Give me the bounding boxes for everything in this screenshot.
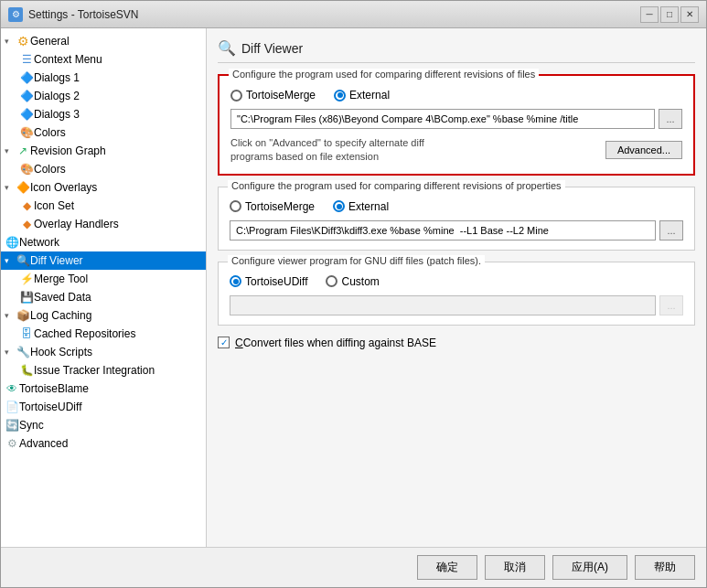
titlebar-left: ⚙ Settings - TortoiseSVN — [8, 7, 139, 22]
section-file-revisions: Configure the program used for comparing… — [218, 74, 695, 176]
sidebar-item-dialogs3[interactable]: 🔷 Dialogs 3 — [1, 105, 206, 123]
minimize-button[interactable]: ─ — [640, 6, 659, 23]
section3-program-input[interactable] — [230, 295, 656, 315]
titlebar-controls: ─ □ ✕ — [640, 6, 699, 23]
overlays-icon: 🔶 — [16, 180, 30, 195]
sidebar-item-cached-repos[interactable]: 🗄 Cached Repositories — [1, 325, 206, 343]
sidebar-item-revision-graph[interactable]: ▾ ↗ Revision Graph — [1, 142, 206, 160]
sidebar-item-advanced[interactable]: ⚙ Advanced — [1, 434, 206, 453]
section3-radio-group: TortoiseUDiff Custom — [230, 275, 683, 288]
sidebar-item-issue-tracker[interactable]: 🐛 Issue Tracker Integration — [1, 361, 206, 380]
sidebar-item-dialogs2[interactable]: 🔷 Dialogs 2 — [1, 87, 206, 105]
sidebar-label-dialogs2: Dialogs 2 — [34, 90, 206, 102]
network-icon: 🌐 — [5, 235, 19, 250]
dialogs3-icon: 🔷 — [19, 107, 34, 122]
sidebar-label-sync: Sync — [19, 419, 206, 432]
confirm-button[interactable]: 确定 — [417, 555, 477, 580]
sidebar-label-general: General — [30, 35, 206, 48]
sidebar-item-icon-set[interactable]: ◆ Icon Set — [1, 197, 206, 215]
sidebar-label-issue-tracker: Issue Tracker Integration — [34, 364, 206, 377]
section2-browse-button[interactable]: ... — [659, 220, 683, 241]
sidebar-item-tortoise-blame[interactable]: 👁 TortoiseBlame — [1, 380, 206, 398]
sidebar-label-colors-general: Colors — [34, 126, 206, 139]
close-button[interactable]: ✕ — [680, 6, 699, 23]
radio-label-ext2: External — [348, 200, 389, 213]
apply-button[interactable]: 应用(A) — [552, 555, 627, 580]
radio-circle-tm2 — [230, 200, 241, 212]
chevron-revgraph: ▾ — [5, 146, 16, 155]
sidebar-label-network: Network — [19, 236, 206, 249]
panel-header-icon: 🔍 — [218, 39, 236, 57]
radio-custom[interactable]: Custom — [326, 275, 379, 288]
sidebar-item-general[interactable]: ▾ ⚙ General — [1, 32, 206, 50]
sidebar-label-diff-viewer: Diff Viewer — [30, 254, 206, 267]
radio-tortoise-udiff[interactable]: TortoiseUDiff — [230, 275, 307, 288]
sync-icon: 🔄 — [5, 418, 19, 433]
sidebar-item-log-caching[interactable]: ▾ 📦 Log Caching — [1, 306, 206, 325]
dialogs1-icon: 🔷 — [19, 70, 34, 85]
radio-circle-custom — [326, 275, 337, 287]
section1-radio-group: TortoiseMerge External — [230, 89, 682, 102]
sidebar-label-tortoise-udiff: TortoiseUDiff — [19, 401, 206, 413]
sidebar-item-overlay-handlers[interactable]: ◆ Overlay Handlers — [1, 215, 206, 233]
dialogs2-icon: 🔷 — [19, 89, 34, 103]
colors-general-icon: 🎨 — [19, 125, 34, 140]
sidebar-item-dialogs1[interactable]: 🔷 Dialogs 1 — [1, 69, 206, 87]
sidebar-item-merge-tool[interactable]: ⚡ Merge Tool — [1, 270, 206, 288]
convert-files-label: CConvert files when diffing against BASE — [235, 337, 436, 349]
radio-tortoise-merge-1[interactable]: TortoiseMerge — [230, 89, 316, 102]
hook-scripts-icon: 🔧 — [16, 345, 30, 359]
radio-external-2[interactable]: External — [333, 200, 389, 213]
sidebar-label-log-caching: Log Caching — [30, 309, 206, 322]
overlay-handlers-icon: ◆ — [19, 217, 34, 231]
convert-files-checkbox[interactable] — [218, 337, 230, 348]
radio-circle-udiff — [230, 275, 241, 287]
section3-browse-button[interactable]: ... — [659, 295, 683, 315]
radio-label-ext1: External — [349, 89, 390, 102]
sidebar-item-context-menu[interactable]: ☰ Context Menu — [1, 50, 206, 69]
section1-browse-button[interactable]: ... — [659, 109, 682, 129]
cancel-button[interactable]: 取消 — [485, 555, 545, 580]
section2-input-row: ... — [230, 220, 683, 241]
sidebar-item-hook-scripts[interactable]: ▾ 🔧 Hook Scripts — [1, 343, 206, 361]
convert-underline-c: C — [235, 337, 243, 349]
diff-viewer-icon: 🔍 — [16, 253, 30, 268]
chevron-diff: ▾ — [5, 256, 16, 265]
sidebar-item-diff-viewer[interactable]: ▾ 🔍 Diff Viewer — [1, 251, 206, 270]
sidebar-label-icon-set: Icon Set — [34, 199, 206, 212]
section2-program-input[interactable] — [230, 220, 656, 241]
sidebar-label-advanced: Advanced — [19, 437, 206, 450]
help-button[interactable]: 帮助 — [635, 555, 695, 580]
blame-icon: 👁 — [5, 381, 19, 396]
footer: 确定 取消 应用(A) 帮助 — [1, 547, 706, 587]
sidebar-item-icon-overlays[interactable]: ▾ 🔶 Icon Overlays — [1, 178, 206, 197]
general-icon: ⚙ — [16, 34, 30, 48]
sidebar-item-colors-revgraph[interactable]: 🎨 Colors — [1, 160, 206, 178]
udiff-icon: 📄 — [5, 400, 19, 414]
merge-tool-icon: ⚡ — [19, 272, 34, 286]
section1-program-input[interactable] — [230, 109, 655, 129]
sidebar-item-sync[interactable]: 🔄 Sync — [1, 416, 206, 434]
sidebar-label-merge-tool: Merge Tool — [34, 273, 206, 285]
sidebar-label-saved-data: Saved Data — [34, 291, 206, 304]
sidebar-item-colors-general[interactable]: 🎨 Colors — [1, 123, 206, 142]
app-icon: ⚙ — [8, 7, 23, 22]
section2-legend: Configure the program used for comparing… — [228, 180, 565, 191]
sidebar-label-tortoise-blame: TortoiseBlame — [19, 382, 206, 395]
section1-input-row: ... — [230, 109, 682, 129]
sidebar-label-colors-revgraph: Colors — [34, 163, 206, 176]
chevron-log: ▾ — [5, 311, 16, 320]
sidebar-item-tortoise-udiff[interactable]: 📄 TortoiseUDiff — [1, 398, 206, 416]
radio-external-1[interactable]: External — [334, 89, 390, 102]
maximize-button[interactable]: □ — [660, 6, 679, 23]
radio-label-tm2: TortoiseMerge — [245, 200, 315, 213]
sidebar-label-dialogs3: Dialogs 3 — [34, 108, 206, 121]
sidebar-item-saved-data[interactable]: 💾 Saved Data — [1, 288, 206, 306]
radio-tortoise-merge-2[interactable]: TortoiseMerge — [230, 200, 315, 213]
sidebar-item-network[interactable]: 🌐 Network — [1, 233, 206, 251]
sidebar-label-context-menu: Context Menu — [34, 53, 206, 66]
section-gnu-diff: Configure viewer program for GNU diff fi… — [218, 262, 695, 326]
section1-advanced-button[interactable]: Advanced... — [605, 141, 682, 159]
main-content: ▾ ⚙ General ☰ Context Menu 🔷 Dialogs 1 🔷… — [1, 28, 706, 547]
radio-circle-tm1 — [230, 90, 242, 102]
